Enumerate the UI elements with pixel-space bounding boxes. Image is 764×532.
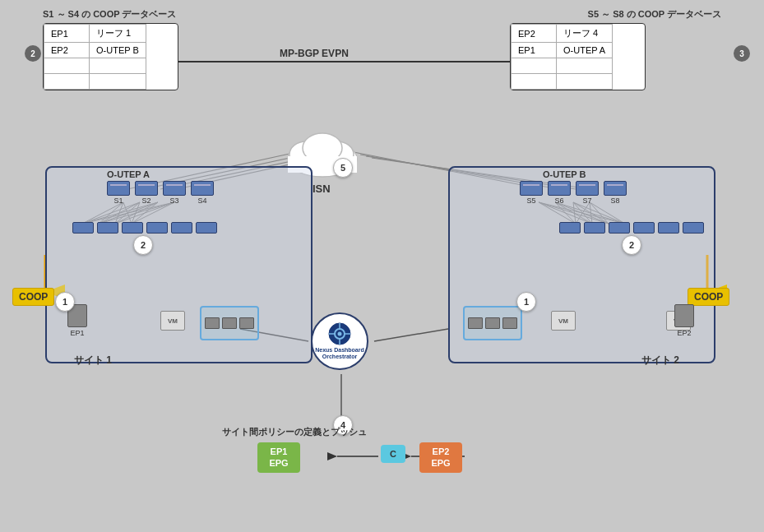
circle-2-site1: 2 [133, 235, 153, 255]
right-db-table: EP2リーフ 4 EP1O-UTEP A [510, 23, 646, 90]
isn-label: ISN [313, 183, 331, 195]
site1-leaves [72, 222, 217, 234]
coop-badge-left: COOP [12, 288, 54, 306]
badge-2-left: 2 [25, 45, 41, 62]
vm-site2-left: VM [551, 311, 576, 331]
spine-s8: S8 [604, 181, 627, 205]
site2-leaves [559, 222, 704, 234]
spine-s7: S7 [576, 181, 599, 205]
fabric-box-site1 [200, 306, 259, 340]
circle-1-site2: 1 [516, 292, 536, 312]
outep-b-label: O-UTEP B [543, 169, 586, 179]
spine-s3: S3 [163, 181, 186, 205]
circle-2-site2: 2 [622, 235, 641, 255]
site2-label: サイト 2 [641, 354, 679, 368]
spine-s2: S2 [135, 181, 158, 205]
spine-s1: S1 [107, 181, 130, 205]
site2-spines: S5 S6 S7 S8 [520, 181, 627, 205]
right-db-label: S5 ～ S8 の COOP データベース [588, 8, 721, 21]
svg-line-49 [374, 329, 448, 341]
site1-label: サイト 1 [74, 354, 112, 368]
site1-spines: S1 S2 S3 S4 [107, 181, 214, 205]
mpbgp-label: MP-BGP EVPN [280, 48, 349, 59]
ndo-circle: Nexus DashboardOrchestrator [311, 312, 368, 370]
outep-a-label: O-UTEP A [107, 169, 150, 179]
fabric-box-site2 [463, 306, 522, 340]
left-db-label: S1 ～ S4 の COOP データベース [43, 8, 176, 21]
coop-badge-right: COOP [688, 288, 729, 306]
circle-1-site1: 1 [55, 292, 75, 312]
svg-point-60 [338, 331, 342, 335]
ep2-server: EP2 [674, 304, 694, 337]
c-box: C [381, 445, 405, 463]
left-db-table: EP1リーフ 1 EP2O-UTEP B [43, 23, 178, 90]
bottom-policy-label: サイト間ポリシーの定義とプッシュ [222, 426, 367, 438]
diagram-container: S1 ～ S4 の COOP データベース EP1リーフ 1 EP2O-UTEP… [0, 0, 764, 532]
ep1epg-box: EP1EPG [257, 442, 300, 473]
ep2epg-box: EP2EPG [419, 442, 462, 473]
badge-3-right: 3 [734, 45, 750, 62]
spine-s4: S4 [191, 181, 214, 205]
vm-site1: VM [160, 311, 185, 331]
circle-5: 5 [333, 158, 353, 178]
spine-s5: S5 [520, 181, 543, 205]
spine-s6: S6 [548, 181, 571, 205]
